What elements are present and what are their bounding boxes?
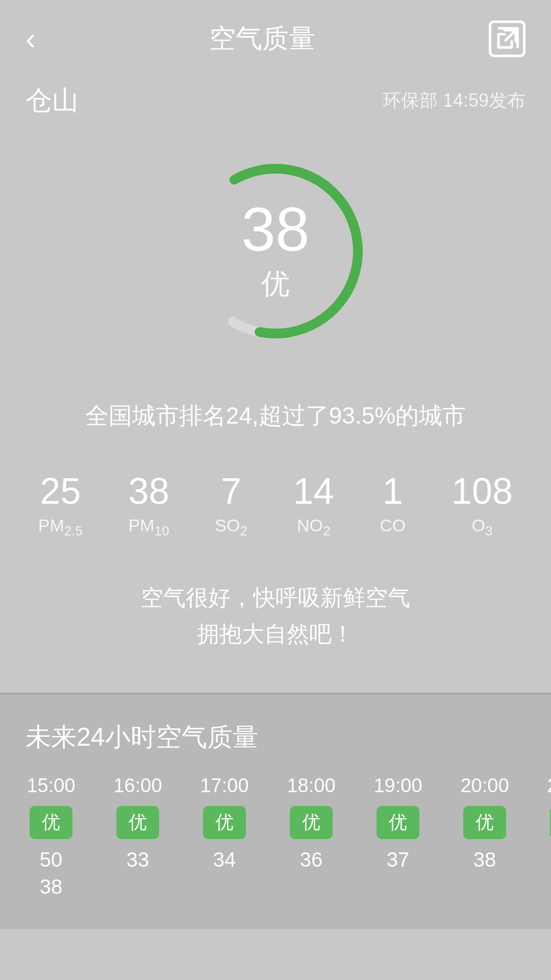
location-row: 仓山 环保部 14:59发布 — [0, 72, 551, 139]
metric-so2-label: SO2 — [215, 516, 247, 539]
metric-o3: 108 O3 — [452, 473, 513, 539]
location-name: 仓山 — [26, 83, 79, 118]
share-button[interactable] — [489, 20, 525, 57]
metric-no2-value: 14 — [293, 473, 334, 509]
metric-pm10-value: 38 — [129, 473, 169, 509]
metric-co-label: CO — [380, 516, 406, 535]
metric-so2-value: 7 — [221, 473, 241, 509]
forecast-item: 16:00 优 33 — [102, 775, 173, 898]
forecast-item: 20:00 优 38 — [449, 775, 520, 898]
header: ‹ 空气质量 — [0, 0, 551, 72]
metric-co-value: 1 — [383, 473, 403, 509]
forecast-val2: 34 — [213, 848, 236, 871]
ranking-text: 全国城市排名24,超过了93.5%的城市 — [0, 379, 551, 462]
forecast-time: 15:00 — [27, 775, 75, 797]
metric-o3-value: 108 — [452, 473, 513, 509]
svg-line-0 — [506, 30, 516, 40]
forecast-badge: 优 — [290, 806, 333, 839]
forecast-badge: 优 — [203, 806, 246, 839]
forecast-item: 19:00 优 37 — [362, 775, 434, 898]
forecast-val2: 37 — [387, 848, 410, 871]
forecast-section: 未来24小时空气质量 15:00 优 50 38 16:00 优 33 17:0… — [0, 695, 551, 929]
forecast-time: 19:00 — [373, 775, 422, 797]
forecast-val2: 38 — [40, 875, 63, 898]
forecast-badge: 优 — [463, 806, 506, 839]
forecast-item: 17:00 优 34 — [189, 775, 260, 898]
share-icon — [494, 26, 520, 52]
forecast-title: 未来24小时空气质量 — [0, 720, 551, 775]
forecast-values: 34 — [213, 848, 236, 871]
forecast-badge: 优 — [116, 806, 159, 839]
forecast-values: 36 — [300, 848, 323, 871]
metric-pm10: 38 PM10 — [129, 473, 169, 539]
gauge-center: 38 优 — [241, 199, 309, 304]
forecast-time: 17:00 — [200, 775, 248, 797]
metric-co: 1 CO — [380, 473, 406, 539]
forecast-item: 18:00 优 36 — [276, 775, 347, 898]
forecast-badge: 优 — [30, 806, 72, 839]
gauge-wrapper: 38 优 — [179, 154, 372, 348]
forecast-values: 50 38 — [40, 848, 63, 898]
metric-no2-label: NO2 — [297, 516, 330, 539]
page-title: 空气质量 — [209, 21, 315, 57]
back-button[interactable]: ‹ — [26, 23, 36, 54]
metric-pm25-value: 25 — [40, 473, 81, 509]
forecast-badge: 优 — [377, 806, 419, 839]
metric-no2: 14 NO2 — [293, 473, 334, 539]
metric-o3-label: O3 — [472, 516, 493, 539]
forecast-time: 21:00 — [547, 775, 551, 797]
forecast-val2: 33 — [127, 848, 149, 871]
forecast-item: 15:00 优 50 38 — [15, 775, 87, 898]
metric-pm10-label: PM10 — [129, 516, 169, 539]
forecast-time: 18:00 — [287, 775, 335, 797]
metric-so2: 7 SO2 — [215, 473, 247, 539]
forecast-time: 20:00 — [460, 775, 509, 797]
forecast-scroll[interactable]: 15:00 优 50 38 16:00 优 33 17:00 优 34 18:0… — [0, 775, 551, 909]
metric-pm25-label: PM2.5 — [38, 516, 83, 539]
forecast-values: 37 — [387, 848, 410, 871]
metrics-row: 25 PM2.5 38 PM10 7 SO2 14 NO2 1 CO 108 O… — [0, 462, 551, 559]
forecast-time: 16:00 — [113, 775, 162, 797]
forecast-val2: 36 — [300, 848, 323, 871]
forecast-values: 33 — [127, 848, 149, 871]
forecast-values: 38 — [473, 848, 496, 871]
message-text: 空气很好，快呼吸新鲜空气 拥抱大自然吧！ — [0, 559, 551, 693]
forecast-val1: 50 — [40, 848, 63, 871]
gauge-quality-label: 优 — [241, 265, 309, 304]
publish-time: 环保部 14:59发布 — [383, 88, 525, 113]
forecast-val2: 38 — [473, 848, 496, 871]
forecast-item: 21:00 优 35 — [536, 775, 551, 898]
gauge-value: 38 — [241, 199, 309, 260]
gauge-container: 38 优 — [0, 139, 551, 379]
metric-pm25: 25 PM2.5 — [38, 473, 83, 539]
